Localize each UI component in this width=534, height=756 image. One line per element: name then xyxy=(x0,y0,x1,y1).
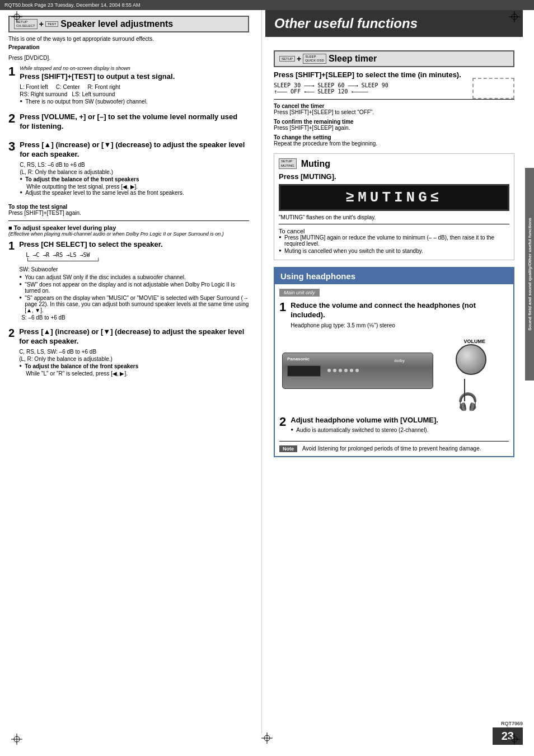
btn1 xyxy=(327,369,331,372)
btn4 xyxy=(344,369,348,372)
change-text: Repeat the procedure from the beginning. xyxy=(274,140,514,147)
sub-step2-b1: To adjust the balance of the front speak… xyxy=(19,363,249,369)
prep-label: Preparation xyxy=(8,44,249,50)
confirm-title: To confirm the remaining time xyxy=(274,119,514,125)
stop-signal-label: To stop the test signal xyxy=(8,204,249,210)
sub-step1-number: 1 xyxy=(8,240,15,251)
headphone-icon: 🎧 xyxy=(457,392,478,411)
sleep-title: Sleep timer xyxy=(329,54,377,64)
main-unit-badge: Main unit only xyxy=(279,289,320,297)
hp-step2-instruction: Adjust headphone volume with [VOLUME]. xyxy=(291,416,509,425)
side-label-text: Sound field and sound quality/Other usef… xyxy=(527,218,532,331)
change-setting: To change the setting Repeat the procedu… xyxy=(274,134,514,147)
hp-step2-content: Adjust headphone volume with [VOLUME]. A… xyxy=(291,416,509,435)
channel-flow: L →C →R →RS →LS →SW└────────────────────… xyxy=(26,252,249,264)
step2-number: 2 xyxy=(8,112,15,125)
step1-bullet1: There is no output from SW (subwoofer) c… xyxy=(20,98,249,105)
muting-instruction: Press [MUTING]. xyxy=(279,172,509,181)
sleep-icon-group: SETUP + SLEEPQUICK OSD xyxy=(279,54,326,64)
btn2 xyxy=(333,369,336,372)
step1-number: 1 xyxy=(8,65,15,78)
connector-line xyxy=(464,379,465,401)
dolby-label: dolby xyxy=(394,359,405,363)
test-icon: TEST xyxy=(45,21,58,27)
muting-cancel-title: To cancel xyxy=(279,228,509,234)
header-bar: RQT50.book Page 23 Tuesday, December 14,… xyxy=(0,0,534,10)
step1-instruction: Press [SHIFT]+[TEST] to output a test si… xyxy=(20,72,249,82)
cancel-text: Press [SHIFT]+[SLEEP] to select "OFF". xyxy=(274,109,514,115)
stop-signal: To stop the test signal Press [SHIFT]+[T… xyxy=(8,204,249,216)
sub-step1-b2: "SW" does not appear on the display and … xyxy=(19,281,249,294)
muting-title: Muting xyxy=(301,159,330,169)
hp-step2-number: 2 xyxy=(279,416,286,428)
prep-text: Press [DVD/CD]. xyxy=(8,55,249,61)
step1-detail2: RS: Right surround LS: Left surround xyxy=(20,91,249,97)
hp-step2-block: 2 Adjust headphone volume with [VOLUME].… xyxy=(279,416,509,435)
hp-step2-b1: Audio is automatically switched to stere… xyxy=(291,427,509,433)
btn5 xyxy=(350,369,353,372)
speaker-intro: This is one of the ways to get appropria… xyxy=(8,36,249,42)
cancel-title: To cancel the timer xyxy=(274,103,514,109)
volume-label: VOLUME xyxy=(463,339,485,344)
sub-step1-b1: You can adjust SW only if the disc inclu… xyxy=(19,274,249,280)
corner-mark-bl xyxy=(11,734,22,745)
confirm-text: Press [SHIFT]+[SLEEP] again. xyxy=(274,125,514,131)
step3-bullet1: To adjust the balance of the front speak… xyxy=(20,176,249,182)
step3-number: 3 xyxy=(8,140,15,153)
note-label: Note xyxy=(279,445,297,452)
hp-step1-block: 1 Reduce the volume and connect the head… xyxy=(279,301,509,332)
speaker-title: Speaker level adjustments xyxy=(60,19,173,29)
sw-label: SW: Subwoofer xyxy=(19,266,249,273)
stop-signal-text: Press [SHIFT]+[TEST] again. xyxy=(8,210,249,216)
plus-icon: + xyxy=(39,20,44,29)
hp-step1-detail: Headphone plug type: 3.5 mm (¹⁄₈") stere… xyxy=(291,322,509,328)
muting-cancel-b1: Press [MUTING] again or reduce the volum… xyxy=(279,234,509,247)
speaker-section-header: SETUPCH.SELECT + TEST Speaker level adju… xyxy=(8,16,249,32)
sub-step1-b3: "S" appears on the display when "MUSIC" … xyxy=(19,295,249,313)
step3-sub1: While outputting the test signal, press … xyxy=(20,184,249,190)
hp-step1-number: 1 xyxy=(279,301,286,313)
step1-block: 1 While stopped and no on-screen display… xyxy=(8,65,249,106)
step3-bullet2: Adjust the speaker level to the same lev… xyxy=(20,190,249,196)
headphones-content: Main unit only 1 Reduce the volume and c… xyxy=(275,284,513,457)
cancel-timer: To cancel the timer Press [SHIFT]+[SLEEP… xyxy=(274,103,514,115)
step1-detail1: L: Front left C: Center R: Front right xyxy=(20,84,249,90)
step2-block: 2 Press [VOLUME, +] or [–] to set the vo… xyxy=(8,112,249,134)
during-play-title: ■ To adjust speaker level during play xyxy=(8,224,249,231)
sleep-flow-diagram: SLEEP 30 ——→ SLEEP 60 ——→ SLEEP 90 ↑——— … xyxy=(274,82,514,95)
sub-step1-block: 1 Press [CH SELECT] to select the speake… xyxy=(8,240,249,321)
sub-step1-s: S: –6 dB to +6 dB xyxy=(19,314,249,321)
sub-step2-content: Press [▲] (increase) or [▼] (decrease) t… xyxy=(19,327,249,377)
step3-content: Press [▲] (increase) or [▼] (decrease) t… xyxy=(20,140,249,197)
main-title: Other useful functions xyxy=(265,10,523,37)
setup-icon2: SETUP xyxy=(279,56,295,62)
headphones-title: Using headphones xyxy=(280,271,508,281)
file-ref: RQT7969 xyxy=(501,721,523,726)
step3-block: 3 Press [▲] (increase) or [▼] (decrease)… xyxy=(8,140,249,197)
left-column: SETUPCH.SELECT + TEST Speaker level adju… xyxy=(0,10,257,389)
btn3 xyxy=(339,369,342,372)
hp-divider xyxy=(279,441,509,442)
sleep-dashed-indicator xyxy=(472,78,514,99)
step2-instruction: Press [VOLUME, +] or [–] to set the volu… xyxy=(20,112,249,132)
muting-divider xyxy=(279,224,509,224)
sub-step1-instruction: Press [CH SELECT] to select the speaker. xyxy=(19,240,249,250)
device-brand: Panasonic xyxy=(287,356,310,361)
step3-detail1: C, RS, LS: –6 dB to +6 dB xyxy=(20,162,249,168)
hp-step1-content: Reduce the volume and connect the headph… xyxy=(291,301,509,332)
column-divider xyxy=(261,10,262,734)
step1-label: While stopped and no on-screen display i… xyxy=(20,65,249,71)
change-title: To change the setting xyxy=(274,134,514,140)
muting-section: SETUPMUTING Muting Press [MUTING]. ≥MUTI… xyxy=(274,153,514,260)
center-mark-bottom xyxy=(261,732,273,745)
sub-step2-number: 2 xyxy=(8,327,15,339)
sub-step2-instruction: Press [▲] (increase) or [▼] (decrease) t… xyxy=(19,327,249,346)
sub-step2-sub1: While "L" or "R" is selected, press [◀, … xyxy=(19,370,249,377)
device-buttons xyxy=(327,369,359,372)
plus-icon2: + xyxy=(297,54,301,63)
volume-knob xyxy=(456,344,486,375)
sub-step2-d1: C, RS, LS, SW: –6 dB to +6 dB xyxy=(19,349,249,355)
sub-step1-content: Press [CH SELECT] to select the speaker.… xyxy=(19,240,249,321)
divider1 xyxy=(8,220,249,221)
sleep-icon: SLEEPQUICK OSD xyxy=(303,54,326,64)
